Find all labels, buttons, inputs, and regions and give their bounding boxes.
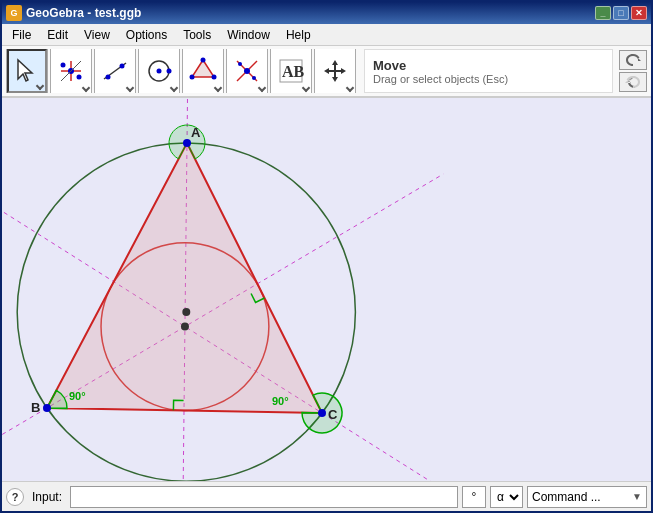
tool-name-label: Move	[373, 58, 604, 73]
geometry-canvas	[2, 98, 651, 481]
menu-window[interactable]: Window	[219, 26, 278, 44]
line-icon	[101, 57, 129, 85]
new-point-tool-button[interactable]	[51, 49, 91, 93]
move-tool-button[interactable]	[7, 49, 47, 93]
undo-redo-group	[619, 50, 647, 92]
command-dropdown-arrow: ▼	[632, 491, 642, 502]
cursor-icon	[13, 57, 41, 85]
input-field[interactable]	[70, 486, 458, 508]
pan-tool-button[interactable]	[315, 49, 355, 93]
svg-marker-0	[18, 60, 32, 81]
menu-edit[interactable]: Edit	[39, 26, 76, 44]
svg-text:ABC: ABC	[282, 63, 305, 80]
redo-icon	[625, 75, 641, 89]
circle-tool-button[interactable]	[139, 49, 179, 93]
tool-info-panel: Move Drag or select objects (Esc)	[364, 49, 613, 93]
tool-chevron-icon	[126, 84, 134, 92]
intersect-icon	[233, 57, 261, 85]
svg-point-15	[212, 75, 217, 80]
svg-point-12	[167, 69, 172, 74]
undo-button[interactable]	[619, 50, 647, 70]
tool-desc-label: Drag or select objects (Esc)	[373, 73, 604, 85]
command-placeholder: Command ...	[532, 490, 601, 504]
pan-tool-group	[314, 49, 356, 93]
command-dropdown[interactable]: Command ... ▼	[527, 486, 647, 508]
menu-view[interactable]: View	[76, 26, 118, 44]
circle-tool-group	[138, 49, 180, 93]
window-controls: _ □ ✕	[595, 6, 647, 20]
menu-help[interactable]: Help	[278, 26, 319, 44]
menubar: File Edit View Options Tools Window Help	[2, 24, 651, 46]
text-tool-group: ABC	[270, 49, 312, 93]
window-title: GeoGebra - test.ggb	[26, 6, 141, 20]
menu-file[interactable]: File	[4, 26, 39, 44]
text-icon: ABC	[277, 57, 305, 85]
tool-chevron-icon	[258, 84, 266, 92]
svg-point-5	[77, 75, 82, 80]
text-tool-button[interactable]: ABC	[271, 49, 311, 93]
svg-point-16	[190, 75, 195, 80]
line-tool-group	[94, 49, 136, 93]
main-window: G GeoGebra - test.ggb _ □ ✕ File Edit Vi…	[0, 0, 653, 513]
intersect-tool-button[interactable]	[227, 49, 267, 93]
tool-chevron-icon	[302, 84, 310, 92]
toolbar: ABC Move Drag or select objects (Esc)	[2, 46, 651, 98]
alpha-select[interactable]: α	[490, 486, 523, 508]
svg-point-19	[244, 68, 250, 74]
svg-point-11	[157, 69, 162, 74]
titlebar: G GeoGebra - test.ggb _ □ ✕	[2, 2, 651, 24]
svg-marker-24	[324, 60, 346, 82]
intersect-tool-group	[226, 49, 268, 93]
polygon-tool-group	[182, 49, 224, 93]
svg-point-4	[61, 63, 66, 68]
maximize-button[interactable]: □	[613, 6, 629, 20]
undo-icon	[625, 53, 641, 67]
input-label: Input:	[28, 490, 66, 504]
circle-icon	[145, 57, 173, 85]
move-tool-group	[6, 49, 48, 93]
tool-chevron-icon	[170, 84, 178, 92]
new-point-icon	[57, 57, 85, 85]
tool-chevron-icon	[214, 84, 222, 92]
tool-chevron-icon	[82, 84, 90, 92]
svg-point-8	[106, 75, 111, 80]
svg-marker-13	[192, 60, 214, 77]
pan-icon	[321, 57, 349, 85]
point-tool-group	[50, 49, 92, 93]
close-button[interactable]: ✕	[631, 6, 647, 20]
help-button[interactable]: ?	[6, 488, 24, 506]
svg-point-21	[252, 76, 256, 80]
menu-tools[interactable]: Tools	[175, 26, 219, 44]
polygon-tool-button[interactable]	[183, 49, 223, 93]
redo-button[interactable]	[619, 72, 647, 92]
svg-point-9	[120, 64, 125, 69]
statusbar: ? Input: ° α Command ... ▼	[2, 481, 651, 511]
tool-chevron-icon	[36, 82, 44, 90]
degree-button[interactable]: °	[462, 486, 486, 508]
svg-point-14	[201, 58, 206, 63]
line-tool-button[interactable]	[95, 49, 135, 93]
menu-options[interactable]: Options	[118, 26, 175, 44]
canvas-area[interactable]	[2, 98, 651, 481]
polygon-icon	[189, 57, 217, 85]
app-icon: G	[6, 5, 22, 21]
minimize-button[interactable]: _	[595, 6, 611, 20]
tool-chevron-icon	[346, 84, 354, 92]
svg-point-20	[238, 62, 242, 66]
